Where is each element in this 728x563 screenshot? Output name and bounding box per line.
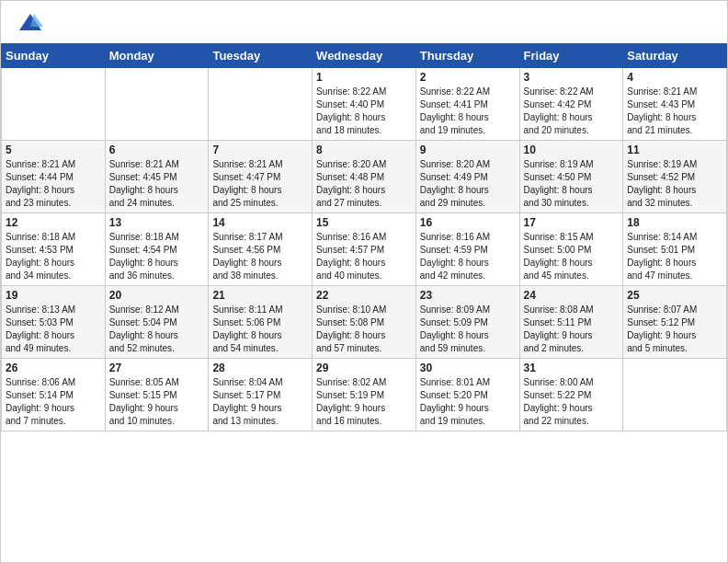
calendar-week-3: 12Sunrise: 8:18 AM Sunset: 4:53 PM Dayli…: [2, 213, 727, 286]
day-info: Sunrise: 8:08 AM Sunset: 5:11 PM Dayligh…: [524, 304, 620, 355]
calendar-cell: [105, 68, 209, 141]
calendar-week-2: 5Sunrise: 8:21 AM Sunset: 4:44 PM Daylig…: [2, 141, 727, 213]
calendar-cell: 7Sunrise: 8:21 AM Sunset: 4:47 PM Daylig…: [209, 141, 313, 213]
calendar-cell: 10Sunrise: 8:19 AM Sunset: 4:50 PM Dayli…: [519, 141, 623, 213]
weekday-header-sunday: Sunday: [2, 44, 106, 68]
day-number: 16: [420, 216, 516, 229]
calendar-cell: 5Sunrise: 8:21 AM Sunset: 4:44 PM Daylig…: [2, 141, 106, 213]
calendar-cell: 18Sunrise: 8:14 AM Sunset: 5:01 PM Dayli…: [623, 213, 727, 286]
day-info: Sunrise: 8:21 AM Sunset: 4:43 PM Dayligh…: [627, 86, 722, 137]
day-info: Sunrise: 8:01 AM Sunset: 5:20 PM Dayligh…: [420, 376, 516, 428]
calendar-cell: 20Sunrise: 8:12 AM Sunset: 5:04 PM Dayli…: [105, 286, 209, 359]
day-info: Sunrise: 8:02 AM Sunset: 5:19 PM Dayligh…: [316, 376, 412, 428]
calendar-cell: 23Sunrise: 8:09 AM Sunset: 5:09 PM Dayli…: [415, 286, 519, 359]
day-info: Sunrise: 8:22 AM Sunset: 4:41 PM Dayligh…: [420, 86, 516, 137]
day-number: 14: [212, 216, 308, 229]
logo: [17, 10, 47, 36]
day-number: 12: [6, 216, 101, 229]
day-number: 9: [420, 144, 516, 156]
day-info: Sunrise: 8:09 AM Sunset: 5:09 PM Dayligh…: [420, 304, 516, 355]
calendar-cell: 17Sunrise: 8:15 AM Sunset: 5:00 PM Dayli…: [519, 213, 623, 286]
day-number: 6: [109, 144, 205, 156]
calendar-cell: [209, 68, 313, 141]
calendar-cell: 4Sunrise: 8:21 AM Sunset: 4:43 PM Daylig…: [623, 68, 727, 141]
calendar-cell: 29Sunrise: 8:02 AM Sunset: 5:19 PM Dayli…: [313, 359, 416, 431]
day-number: 28: [212, 362, 308, 374]
day-number: 10: [524, 144, 620, 156]
day-number: 13: [109, 216, 205, 229]
day-number: 25: [627, 289, 722, 302]
day-info: Sunrise: 8:15 AM Sunset: 5:00 PM Dayligh…: [524, 231, 620, 282]
day-info: Sunrise: 8:22 AM Sunset: 4:42 PM Dayligh…: [524, 86, 620, 137]
day-info: Sunrise: 8:19 AM Sunset: 4:52 PM Dayligh…: [627, 158, 722, 210]
weekday-header-monday: Monday: [105, 44, 209, 68]
day-info: Sunrise: 8:17 AM Sunset: 4:56 PM Dayligh…: [212, 231, 308, 282]
day-number: 8: [316, 144, 412, 156]
day-number: 19: [6, 289, 101, 302]
day-info: Sunrise: 8:19 AM Sunset: 4:50 PM Dayligh…: [524, 158, 620, 210]
day-info: Sunrise: 8:04 AM Sunset: 5:17 PM Dayligh…: [212, 376, 308, 428]
calendar-cell: 1Sunrise: 8:22 AM Sunset: 4:40 PM Daylig…: [313, 68, 416, 141]
calendar-cell: 13Sunrise: 8:18 AM Sunset: 4:54 PM Dayli…: [105, 213, 209, 286]
day-info: Sunrise: 8:06 AM Sunset: 5:14 PM Dayligh…: [6, 376, 101, 428]
day-info: Sunrise: 8:21 AM Sunset: 4:47 PM Dayligh…: [212, 158, 308, 210]
calendar-cell: 31Sunrise: 8:00 AM Sunset: 5:22 PM Dayli…: [519, 359, 623, 431]
day-number: 17: [524, 216, 620, 229]
day-info: Sunrise: 8:05 AM Sunset: 5:15 PM Dayligh…: [109, 376, 205, 428]
day-number: 22: [316, 289, 412, 302]
day-info: Sunrise: 8:11 AM Sunset: 5:06 PM Dayligh…: [212, 304, 308, 355]
day-number: 4: [627, 71, 722, 84]
day-info: Sunrise: 8:18 AM Sunset: 4:54 PM Dayligh…: [109, 231, 205, 282]
day-number: 27: [109, 362, 205, 374]
day-number: 23: [420, 289, 516, 302]
calendar-cell: 2Sunrise: 8:22 AM Sunset: 4:41 PM Daylig…: [415, 68, 519, 141]
svg-marker-1: [30, 14, 43, 27]
day-info: Sunrise: 8:21 AM Sunset: 4:44 PM Dayligh…: [6, 158, 101, 210]
calendar-cell: [2, 68, 106, 141]
calendar-cell: 27Sunrise: 8:05 AM Sunset: 5:15 PM Dayli…: [105, 359, 209, 431]
day-info: Sunrise: 8:14 AM Sunset: 5:01 PM Dayligh…: [627, 231, 722, 282]
calendar-cell: [623, 359, 727, 431]
calendar-cell: 26Sunrise: 8:06 AM Sunset: 5:14 PM Dayli…: [2, 359, 106, 431]
calendar-week-1: 1Sunrise: 8:22 AM Sunset: 4:40 PM Daylig…: [2, 68, 727, 141]
day-number: 18: [627, 216, 722, 229]
calendar-cell: 3Sunrise: 8:22 AM Sunset: 4:42 PM Daylig…: [519, 68, 623, 141]
calendar-cell: 21Sunrise: 8:11 AM Sunset: 5:06 PM Dayli…: [209, 286, 313, 359]
day-number: 15: [316, 216, 412, 229]
day-info: Sunrise: 8:20 AM Sunset: 4:49 PM Dayligh…: [420, 158, 516, 210]
day-info: Sunrise: 8:16 AM Sunset: 4:57 PM Dayligh…: [316, 231, 412, 282]
day-number: 21: [212, 289, 308, 302]
day-info: Sunrise: 8:10 AM Sunset: 5:08 PM Dayligh…: [316, 304, 412, 355]
day-number: 29: [316, 362, 412, 374]
day-number: 1: [316, 71, 412, 84]
calendar-cell: 28Sunrise: 8:04 AM Sunset: 5:17 PM Dayli…: [209, 359, 313, 431]
day-info: Sunrise: 8:07 AM Sunset: 5:12 PM Dayligh…: [627, 304, 722, 355]
page-header: [1, 1, 727, 40]
day-number: 2: [420, 71, 516, 84]
day-number: 7: [212, 144, 308, 156]
weekday-header-row: SundayMondayTuesdayWednesdayThursdayFrid…: [2, 44, 727, 68]
day-info: Sunrise: 8:22 AM Sunset: 4:40 PM Dayligh…: [316, 86, 412, 137]
calendar-cell: 14Sunrise: 8:17 AM Sunset: 4:56 PM Dayli…: [209, 213, 313, 286]
calendar-cell: 8Sunrise: 8:20 AM Sunset: 4:48 PM Daylig…: [313, 141, 416, 213]
calendar-cell: 19Sunrise: 8:13 AM Sunset: 5:03 PM Dayli…: [2, 286, 106, 359]
day-info: Sunrise: 8:00 AM Sunset: 5:22 PM Dayligh…: [524, 376, 620, 428]
calendar-cell: 9Sunrise: 8:20 AM Sunset: 4:49 PM Daylig…: [415, 141, 519, 213]
calendar-page: SundayMondayTuesdayWednesdayThursdayFrid…: [0, 0, 728, 563]
day-info: Sunrise: 8:20 AM Sunset: 4:48 PM Dayligh…: [316, 158, 412, 210]
day-info: Sunrise: 8:21 AM Sunset: 4:45 PM Dayligh…: [109, 158, 205, 210]
day-number: 5: [6, 144, 101, 156]
weekday-header-wednesday: Wednesday: [313, 44, 416, 68]
day-number: 30: [420, 362, 516, 374]
calendar-week-5: 26Sunrise: 8:06 AM Sunset: 5:14 PM Dayli…: [2, 359, 727, 431]
calendar-cell: 30Sunrise: 8:01 AM Sunset: 5:20 PM Dayli…: [415, 359, 519, 431]
day-number: 20: [109, 289, 205, 302]
logo-icon: [17, 10, 43, 36]
calendar-week-4: 19Sunrise: 8:13 AM Sunset: 5:03 PM Dayli…: [2, 286, 727, 359]
day-info: Sunrise: 8:13 AM Sunset: 5:03 PM Dayligh…: [6, 304, 101, 355]
weekday-header-thursday: Thursday: [415, 44, 519, 68]
calendar-cell: 15Sunrise: 8:16 AM Sunset: 4:57 PM Dayli…: [313, 213, 416, 286]
calendar-cell: 16Sunrise: 8:16 AM Sunset: 4:59 PM Dayli…: [415, 213, 519, 286]
day-number: 31: [524, 362, 620, 374]
day-info: Sunrise: 8:18 AM Sunset: 4:53 PM Dayligh…: [6, 231, 101, 282]
